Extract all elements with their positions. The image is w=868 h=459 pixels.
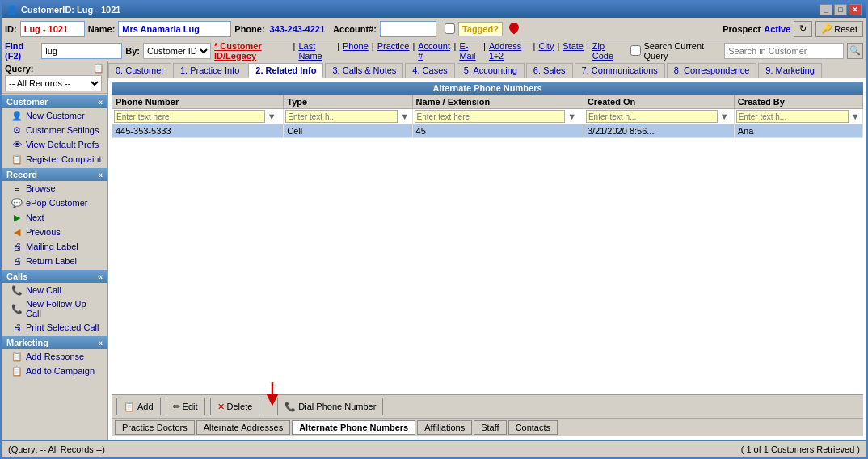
status-right: ( 1 of 1 Customers Retrieved ) [741,444,860,454]
minimize-button[interactable]: _ [820,4,832,15]
tab-accounting[interactable]: 5. Accounting [457,63,525,78]
filter-created-on-icon[interactable]: ▼ [720,112,729,121]
add-campaign-label: Add to Campaign [26,366,95,376]
tab-marketing[interactable]: 9. Marketing [758,63,822,78]
add-icon: 📋 [124,402,135,412]
sidebar-item-add-response[interactable]: 📋 Add Response [2,349,107,364]
filter-created-by-icon[interactable]: ▼ [851,112,860,121]
sidebar-item-view-prefs[interactable]: 👁 View Default Prefs [2,137,107,152]
prospect-section: Prospect Active ↻ 🔑 Reset [723,21,863,37]
nav-city[interactable]: City [538,41,554,61]
action-bar: 📋 Add ✏ Edit ✕ Delete [112,394,863,418]
sidebar-item-mailing-label[interactable]: 🖨 Mailing Label [2,239,107,254]
epop-icon: 💬 [11,197,23,208]
tab-sales[interactable]: 6. Sales [526,63,573,78]
sidebar-item-previous[interactable]: ◀ Previous [2,225,107,239]
filter-type-icon[interactable]: ▼ [400,112,409,121]
sidebar-item-add-campaign[interactable]: 📋 Add to Campaign [2,364,107,378]
nav-last-name[interactable]: Last Name [298,41,334,61]
sidebar-item-browse[interactable]: ≡ Browse [2,181,107,196]
name-field[interactable] [118,21,231,37]
tab-correspondence[interactable]: 8. Correspondence [667,63,757,78]
bottom-tab-affiliations[interactable]: Affiliations [417,420,472,435]
search-button[interactable]: 🔍 [847,43,863,59]
by-select[interactable]: Customer ID Last Name Phone [143,43,211,59]
tab-practice-info[interactable]: 1. Practice Info [173,63,246,78]
filter-created-by[interactable] [736,110,849,123]
nav-address[interactable]: Address 1÷2 [489,41,530,61]
dial-phone-button[interactable]: 📞 Dial Phone Number [277,398,383,415]
id-field[interactable] [20,21,85,37]
nav-practice[interactable]: Practice [377,41,410,61]
nav-zip[interactable]: Zip Code [592,41,622,61]
nav-customer-id[interactable]: * Customer ID/Legacy [214,41,290,61]
bottom-tab-staff[interactable]: Staff [474,420,506,435]
name-label: Name: [88,24,116,34]
nav-state[interactable]: State [563,41,584,61]
sidebar-item-new-followup[interactable]: 📞 New Follow-Up Call [2,297,107,320]
sidebar-item-new-call[interactable]: 📞 New Call [2,283,107,297]
bottom-tab-alternate-addresses[interactable]: Alternate Addresses [196,420,290,435]
sidebar-section-calls[interactable]: Calls « [2,270,107,283]
reset-button[interactable]: 🔑 Reset [815,21,863,37]
tab-communications[interactable]: 7. Communications [575,63,665,78]
account-field[interactable] [380,21,436,37]
add-label: Add [137,402,154,411]
sidebar-item-register-complaint[interactable]: 📋 Register Complaint [2,152,107,166]
nav-account[interactable]: Account # [418,41,450,61]
pin-icon [507,20,520,34]
query-icon: 📋 [93,63,104,74]
print-call-icon: 🖨 [11,322,23,333]
search-current-query-checkbox[interactable] [630,45,641,56]
content-area: 0. Customer 1. Practice Info 2. Related … [108,61,866,440]
refresh-button[interactable]: ↻ [794,21,812,37]
sidebar-section-customer[interactable]: Customer « [2,95,107,108]
sidebar-section-marketing[interactable]: Marketing « [2,336,107,349]
tab-cases[interactable]: 4. Cases [405,63,454,78]
next-label: Next [26,213,44,222]
bottom-tab-contacts[interactable]: Contacts [508,420,558,435]
filter-created-on[interactable] [586,110,718,123]
table-row[interactable]: 445-353-5333 Cell 45 3/21/2020 8:56... A… [112,124,863,138]
sidebar-item-return-label[interactable]: 🖨 Return Label [2,254,107,268]
tab-customer[interactable]: 0. Customer [108,63,171,78]
filter-phone-icon[interactable]: ▼ [268,112,276,121]
record-section-label: Record [6,170,37,179]
filter-name-ext-icon[interactable]: ▼ [567,112,576,121]
sidebar-item-new-customer[interactable]: 👤 New Customer [2,108,107,123]
nav-phone[interactable]: Phone [343,41,369,61]
sidebar-item-next[interactable]: ▶ Next [2,210,107,225]
sidebar-item-print-call[interactable]: 🖨 Print Selected Call [2,320,107,335]
bottom-tab-practice-doctors[interactable]: Practice Doctors [115,420,195,435]
tagged-checkbox[interactable] [445,23,455,34]
title-text: CustomerID: Lug - 1021 [21,5,120,15]
tab-calls-notes[interactable]: 3. Calls & Notes [325,63,403,78]
cell-created-by: Ana [734,124,862,138]
find-input[interactable] [41,43,122,59]
cell-phone-number: 445-353-5333 [112,124,284,138]
app-icon: 👤 [6,5,18,15]
filter-phone[interactable] [114,110,265,123]
search-input[interactable] [724,43,844,59]
close-button[interactable]: ✕ [849,4,862,15]
add-response-label: Add Response [26,352,84,361]
add-button[interactable]: 📋 Add [116,398,161,415]
epop-label: ePop Customer [26,198,87,208]
query-panel: Query: 📋 -- All Records -- [2,61,107,94]
delete-button[interactable]: ✕ Delete [210,398,260,415]
nav-email[interactable]: E-Mail [459,41,480,61]
id-bar: ID: Name: Phone: 343-243-4221 Account#: … [2,18,866,40]
col-name-ext: Name / Extension [412,95,584,109]
maximize-button[interactable]: □ [834,4,847,15]
prospect-label: Prospect [723,24,761,34]
edit-button[interactable]: ✏ Edit [166,398,205,415]
sidebar-item-epop[interactable]: 💬 ePop Customer [2,196,107,210]
tab-related-info[interactable]: 2. Related Info [248,63,323,78]
filter-type[interactable] [285,110,398,123]
tagged-label: Tagged? [458,22,503,36]
bottom-tab-alternate-phone[interactable]: Alternate Phone Numbers [292,420,415,435]
sidebar-item-customer-settings[interactable]: ⚙ Customer Settings [2,123,107,137]
filter-name-ext[interactable] [415,110,566,123]
query-select[interactable]: -- All Records -- [5,75,102,91]
sidebar-section-record[interactable]: Record « [2,168,107,181]
